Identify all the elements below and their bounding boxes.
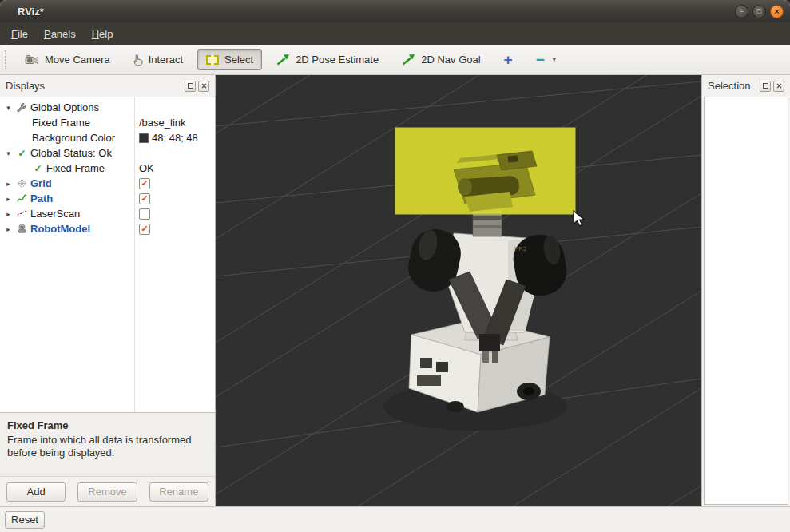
laser-icon xyxy=(16,208,28,219)
tool-move-camera[interactable]: Move Camera xyxy=(16,49,119,70)
toolbar: Move CameraInteractSelect2D Pose Estimat… xyxy=(0,45,790,75)
tool-2d-nav-goal[interactable]: 2D Nav Goal xyxy=(393,49,489,70)
enable-checkbox[interactable]: ✓ xyxy=(139,193,150,204)
display-row-global-options[interactable]: ▾Global Options xyxy=(0,100,215,115)
row-value[interactable]: ✓ xyxy=(134,178,215,189)
tool-minus[interactable]: −▾ xyxy=(527,50,565,69)
row-label: Global Status: Ok xyxy=(30,147,112,159)
rename-button[interactable]: Rename xyxy=(149,482,208,502)
camera-icon xyxy=(25,54,39,66)
display-row-grid[interactable]: ▸Grid✓ xyxy=(0,176,215,191)
dropdown-caret-icon[interactable]: ▾ xyxy=(553,56,556,63)
display-row-fixed-frame[interactable]: ✓Fixed FrameOK xyxy=(0,161,215,176)
enable-checkbox[interactable] xyxy=(139,208,150,220)
minus-icon: − xyxy=(536,55,545,65)
selection-panel-header: Selection xyxy=(702,75,790,97)
menu-file[interactable]: File xyxy=(3,24,36,44)
statusbar: Reset xyxy=(0,506,790,532)
remove-button[interactable]: Remove xyxy=(77,482,137,502)
display-row-path[interactable]: ▸Path✓ xyxy=(0,191,215,206)
display-row-robotmodel[interactable]: ▸RobotModel✓ xyxy=(0,221,215,236)
3d-scene: PR2 xyxy=(216,75,701,506)
hand-icon xyxy=(133,54,143,66)
value-text: OK xyxy=(139,162,154,174)
rviz-window: RViz* −□× FilePanelsHelp Move CameraInte… xyxy=(0,0,790,532)
displays-tree: ▾Global OptionsFixed Frame/base_linkBack… xyxy=(0,97,215,412)
row-value[interactable]: ✓ xyxy=(134,193,215,204)
reset-button[interactable]: Reset xyxy=(5,511,45,529)
add-button[interactable]: Add xyxy=(6,482,66,502)
row-label: Grid xyxy=(30,177,52,189)
tool-label: 2D Nav Goal xyxy=(421,54,480,66)
description-text: Frame into which all data is transformed… xyxy=(7,434,208,460)
3d-viewport[interactable]: PR2 xyxy=(216,75,701,506)
enable-checkbox[interactable]: ✓ xyxy=(139,224,150,235)
tool-interact[interactable]: Interact xyxy=(125,49,192,71)
expander-icon[interactable]: ▾ xyxy=(3,104,14,112)
menu-panels[interactable]: Panels xyxy=(36,24,84,44)
wrench-icon xyxy=(16,102,28,113)
row-value[interactable] xyxy=(134,208,215,220)
enable-checkbox[interactable]: ✓ xyxy=(139,178,150,189)
row-value[interactable]: ✓ xyxy=(134,224,215,235)
displays-panel-title: Displays xyxy=(6,80,45,92)
expander-icon[interactable]: ▸ xyxy=(3,210,14,218)
expander-icon[interactable]: ▸ xyxy=(3,195,14,203)
expander-icon[interactable]: ▸ xyxy=(3,225,14,233)
float-panel-button[interactable] xyxy=(760,81,771,92)
titlebar[interactable]: RViz* −□× xyxy=(0,0,790,22)
color-swatch xyxy=(139,133,149,143)
display-row-global-status-ok[interactable]: ▾✓Global Status: Ok xyxy=(0,145,215,161)
row-label: Path xyxy=(30,193,53,204)
menu-help[interactable]: Help xyxy=(84,24,121,44)
plus-icon: + xyxy=(504,55,513,65)
displays-panel: Displays ▾Global OptionsFixed Frame/base… xyxy=(0,75,216,506)
expander-icon[interactable]: ▾ xyxy=(3,149,14,157)
expander-icon[interactable]: ▸ xyxy=(3,180,14,188)
tool-label: Interact xyxy=(149,54,183,66)
row-value[interactable]: OK xyxy=(134,162,215,174)
tool-plus[interactable]: + xyxy=(495,50,522,69)
close-panel-button[interactable] xyxy=(773,81,784,92)
check-icon: ✓ xyxy=(16,148,28,159)
window-title: RViz* xyxy=(18,6,44,18)
robot-icon xyxy=(16,224,28,234)
minimize-button[interactable]: − xyxy=(735,5,748,18)
tool-label: Select xyxy=(224,54,253,66)
window-controls: −□× xyxy=(735,5,784,18)
maximize-button[interactable]: □ xyxy=(752,5,766,18)
grid-icon xyxy=(16,178,28,189)
selection-header-buttons xyxy=(760,81,784,92)
display-row-fixed-frame[interactable]: Fixed Frame/base_link xyxy=(0,115,215,130)
tree-column-divider xyxy=(134,97,135,412)
displays-header-buttons xyxy=(185,81,209,92)
display-row-background-color[interactable]: Background Color48; 48; 48 xyxy=(0,130,215,145)
check-icon: ✓ xyxy=(32,163,44,174)
selection-list[interactable] xyxy=(704,97,788,505)
value-text: /base_link xyxy=(139,117,186,129)
float-panel-button[interactable] xyxy=(185,81,196,92)
toolbar-drag-handle[interactable] xyxy=(5,50,10,69)
select-icon xyxy=(206,55,219,65)
toolbar-tools: Move CameraInteractSelect2D Pose Estimat… xyxy=(16,49,565,71)
display-row-laserscan[interactable]: ▸LaserScan xyxy=(0,206,215,221)
main-area: Displays ▾Global OptionsFixed Frame/base… xyxy=(0,75,790,506)
tool-label: Move Camera xyxy=(45,54,110,66)
value-text: 48; 48; 48 xyxy=(152,132,198,144)
row-label: Fixed Frame xyxy=(46,162,105,174)
tool-2d-pose-estimate[interactable]: 2D Pose Estimate xyxy=(268,49,387,70)
row-label: Background Color xyxy=(32,132,115,144)
tool-select[interactable]: Select xyxy=(197,49,262,70)
row-label: RobotModel xyxy=(30,223,90,235)
tool-label: 2D Pose Estimate xyxy=(296,54,379,66)
path-icon xyxy=(16,193,28,204)
menubar: FilePanelsHelp xyxy=(0,22,790,45)
row-label: Global Options xyxy=(30,101,99,113)
row-value[interactable]: /base_link xyxy=(134,117,215,129)
close-button[interactable]: × xyxy=(770,5,784,18)
green-arrow-icon xyxy=(402,54,415,66)
row-value[interactable]: 48; 48; 48 xyxy=(134,132,215,144)
selection-panel-title: Selection xyxy=(708,80,750,92)
displays-buttons: AddRemoveRename xyxy=(0,476,215,506)
close-panel-button[interactable] xyxy=(198,81,209,92)
